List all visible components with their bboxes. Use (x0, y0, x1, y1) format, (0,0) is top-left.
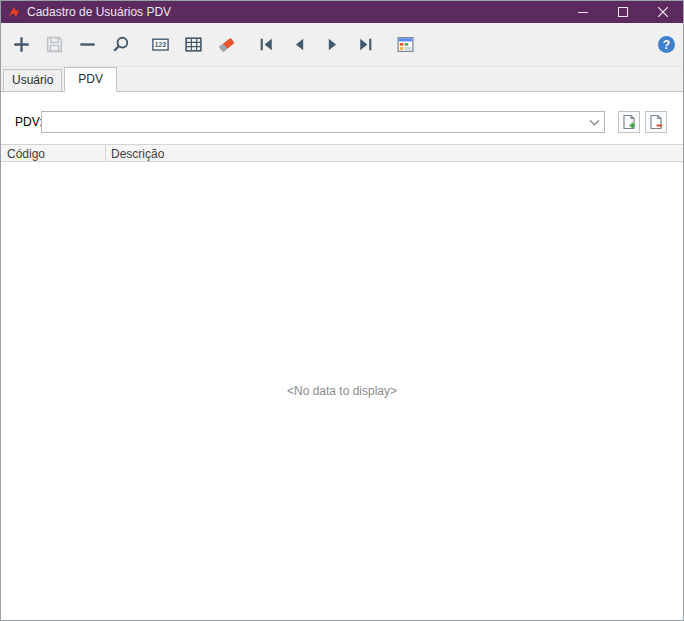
maximize-button[interactable] (603, 1, 643, 23)
log-grid-icon (396, 35, 415, 54)
window-title: Cadastro de Usuários PDV (27, 5, 171, 19)
next-record-icon (323, 35, 342, 54)
help-button[interactable]: ? (658, 36, 675, 53)
last-record-button[interactable] (350, 30, 380, 60)
search-button[interactable] (105, 30, 135, 60)
delete-record-button[interactable] (72, 30, 102, 60)
grid-body[interactable]: <No data to display> (1, 162, 683, 620)
first-record-button[interactable] (251, 30, 281, 60)
add-pdv-button[interactable] (618, 111, 640, 133)
svg-text:123: 123 (154, 41, 166, 48)
add-record-button[interactable] (6, 30, 36, 60)
help-label: ? (663, 39, 670, 51)
save-icon (45, 35, 64, 54)
clear-button[interactable] (211, 30, 241, 60)
app-window: Cadastro de Usuários PDV (0, 0, 684, 621)
minus-icon (78, 35, 97, 54)
pdv-input[interactable] (42, 112, 584, 132)
close-button[interactable] (643, 1, 683, 23)
tab-content-pdv: PDV: (1, 91, 683, 620)
previous-record-button[interactable] (284, 30, 314, 60)
maximize-icon (618, 7, 628, 17)
column-header-descricao[interactable]: Descrição (106, 145, 683, 161)
grid-view-button[interactable] (178, 30, 208, 60)
search-icon (111, 35, 130, 54)
pdv-label: PDV: (15, 115, 41, 129)
tab-usuario[interactable]: Usuário (3, 69, 62, 92)
plus-icon (12, 35, 31, 54)
eraser-icon (217, 35, 236, 54)
remove-pdv-button[interactable] (645, 111, 667, 133)
pdv-form-row: PDV: (15, 111, 667, 133)
pdv-combobox[interactable] (41, 111, 605, 133)
tab-pdv[interactable]: PDV (64, 67, 117, 92)
previous-record-icon (290, 35, 309, 54)
save-record-button[interactable] (39, 30, 69, 60)
app-logo-icon (7, 5, 21, 19)
log-button[interactable] (390, 30, 420, 60)
page-remove-icon (648, 114, 664, 130)
tabstrip: Usuário PDV (1, 67, 683, 91)
column-header-codigo[interactable]: Código (1, 145, 106, 161)
last-record-icon (356, 35, 375, 54)
window-controls (563, 1, 683, 23)
pdv-grid: Código Descrição <No data to display> (1, 144, 683, 620)
toolbar: 123 (1, 23, 683, 67)
next-record-button[interactable] (317, 30, 347, 60)
first-record-icon (257, 35, 276, 54)
record-count-button[interactable]: 123 (145, 30, 175, 60)
titlebar[interactable]: Cadastro de Usuários PDV (1, 1, 683, 23)
close-icon (658, 7, 668, 17)
minimize-button[interactable] (563, 1, 603, 23)
numbers-123-icon: 123 (151, 35, 170, 54)
grid-header: Código Descrição (1, 144, 683, 162)
chevron-down-icon[interactable] (584, 119, 604, 126)
page-add-icon (621, 114, 637, 130)
minimize-icon (578, 7, 588, 17)
empty-data-message: <No data to display> (287, 384, 397, 398)
table-icon (184, 35, 203, 54)
